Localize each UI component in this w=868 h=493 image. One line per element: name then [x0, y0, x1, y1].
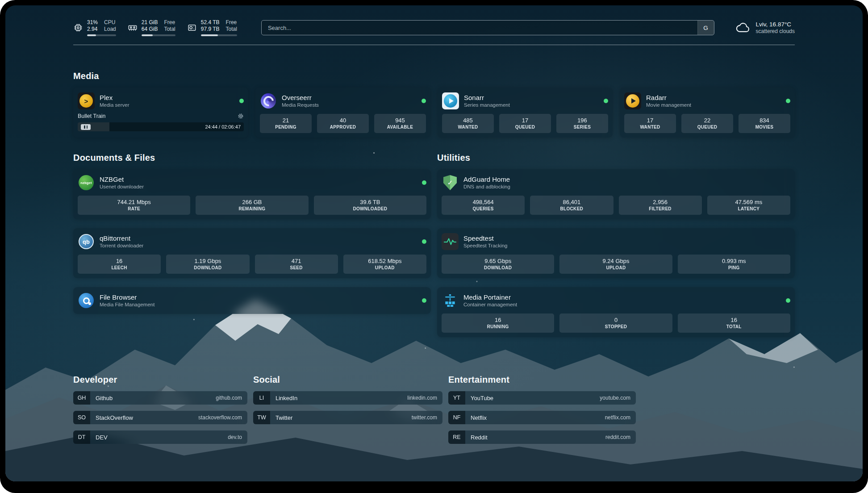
- search-bar: G: [261, 20, 714, 35]
- memory-label-top: Free: [164, 19, 175, 26]
- bookmark-abbr: GH: [73, 391, 90, 405]
- settings-gear-icon[interactable]: [238, 113, 244, 119]
- stat-blocked: 86,401 BLOCKED: [530, 196, 613, 215]
- nzbget-icon: nzbget: [78, 174, 95, 191]
- stat-download: 9.65 Gbps DOWNLOAD: [442, 255, 554, 274]
- section-utilities: Utilities ✓ AdGuard Home DNS and adblock…: [437, 153, 795, 346]
- pause-button[interactable]: [81, 124, 91, 130]
- status-dot: [604, 99, 608, 103]
- bookmark-reddit[interactable]: RE Reddit reddit.com: [448, 430, 636, 444]
- bookmark-netflix[interactable]: NF Netflix netflix.com: [448, 411, 636, 424]
- speedtest-icon: [442, 233, 459, 250]
- stat-rate: 744.21 Mbps RATE: [78, 196, 190, 215]
- service-title: qBittorrent: [100, 234, 143, 242]
- bookmark-dev[interactable]: DT DEV dev.to: [73, 430, 247, 444]
- stat-wanted: 485 WANTED: [442, 114, 494, 133]
- service-card-portainer[interactable]: Media Portainer Container management 16 …: [437, 287, 795, 337]
- status-dot: [421, 99, 426, 103]
- service-title: AdGuard Home: [463, 175, 510, 184]
- search-provider-button[interactable]: G: [697, 21, 714, 35]
- service-title: Overseerr: [282, 93, 319, 102]
- bookmark-abbr: LI: [253, 391, 270, 405]
- disk-label-bottom: Total: [226, 26, 237, 33]
- service-card-plex[interactable]: > Plex Media server Bullet Train: [73, 88, 248, 138]
- bookmark-stackoverflow[interactable]: SO StackOverflow stackoverflow.com: [73, 411, 247, 424]
- stat-wanted: 17 WANTED: [624, 114, 676, 133]
- plex-icon: >: [78, 92, 95, 109]
- service-title: NZBGet: [100, 175, 144, 184]
- service-subtitle: Media Requests: [282, 102, 319, 109]
- stat-pending: 21 PENDING: [260, 114, 312, 133]
- section-heading-developer: Developer: [73, 375, 247, 385]
- stat-remaining: 266 GB REMAINING: [196, 196, 308, 215]
- service-subtitle: Movie management: [646, 102, 691, 109]
- bookmark-linkedin[interactable]: LI LinkedIn linkedin.com: [253, 391, 442, 405]
- status-dot: [239, 99, 244, 103]
- service-title: Media Portainer: [463, 293, 517, 301]
- service-title: Speedtest: [463, 234, 507, 242]
- bookmark-group-social: Social LI LinkedIn linkedin.com TW Twitt…: [253, 375, 442, 444]
- service-card-sonarr[interactable]: Sonarr Series management 485 WANTED: [438, 88, 613, 138]
- bookmark-group-developer: Developer GH Github github.com SO StackO…: [73, 375, 247, 444]
- service-title: Sonarr: [464, 93, 510, 102]
- service-card-radarr[interactable]: Radarr Movie management 17 WANTED 2: [620, 88, 795, 138]
- service-title: File Browser: [100, 293, 154, 301]
- service-card-adguard[interactable]: ✓ AdGuard Home DNS and adblocking 498,56…: [437, 169, 795, 219]
- filebrowser-icon: [78, 292, 95, 309]
- qbittorrent-icon: qb: [78, 233, 95, 250]
- memory-icon: [128, 23, 138, 33]
- weather-widget: Lviv, 16.87°C scattered clouds: [735, 21, 795, 35]
- cpu-icon: [73, 23, 83, 33]
- memory-usage-bar: [142, 34, 175, 36]
- bookmark-twitter[interactable]: TW Twitter twitter.com: [253, 411, 442, 424]
- bookmark-github[interactable]: GH Github github.com: [73, 391, 247, 405]
- search-input[interactable]: [262, 21, 697, 35]
- memory-free-value: 21 GiB: [142, 19, 158, 26]
- disk-usage-bar: [201, 34, 237, 36]
- bookmark-abbr: YT: [448, 391, 465, 405]
- service-subtitle: Usenet downloader: [100, 184, 144, 190]
- service-card-qbittorrent[interactable]: qb qBittorrent Torrent downloader 16 LEE…: [73, 228, 431, 278]
- service-card-speedtest[interactable]: Speedtest Speedtest Tracking 9.65 Gbps D…: [437, 228, 795, 278]
- service-subtitle: DNS and adblocking: [463, 184, 510, 190]
- now-playing-row: Bullet Train: [78, 113, 244, 119]
- stat-ping: 0.993 ms PING: [678, 255, 790, 274]
- bookmark-group-entertainment: Entertainment YT YouTube youtube.com NF …: [448, 375, 636, 444]
- cpu-label-bottom: Load: [104, 26, 116, 33]
- service-subtitle: Media File Management: [100, 301, 154, 308]
- service-subtitle: Series management: [464, 102, 510, 109]
- stat-stopped: 0 STOPPED: [559, 313, 672, 333]
- stat-upload: 618.52 Mbps UPLOAD: [343, 255, 426, 274]
- radarr-icon: [624, 92, 641, 109]
- now-playing-title: Bullet Train: [78, 113, 106, 119]
- stat-movies: 834 MOVIES: [739, 114, 790, 133]
- service-card-filebrowser[interactable]: File Browser Media File Management: [73, 287, 431, 314]
- stat-queued: 22 QUEUED: [681, 114, 733, 133]
- playback-progress-bar[interactable]: 24:44 / 02:06:47: [78, 122, 244, 131]
- bookmark-abbr: TW: [253, 411, 270, 424]
- stat-series: 196 SERIES: [556, 114, 608, 133]
- memory-monitor: 21 GiB Free 64 GiB Total: [128, 19, 175, 36]
- portainer-icon: [442, 292, 459, 309]
- disk-total-value: 97.9 TB: [201, 26, 220, 33]
- stat-latency: 47.569 ms LATENCY: [707, 196, 790, 215]
- service-card-nzbget[interactable]: nzbget NZBGet Usenet downloader 744.21 M…: [73, 169, 431, 219]
- cloud-icon: [735, 22, 751, 34]
- section-heading-entertainment: Entertainment: [448, 375, 636, 385]
- section-heading-utilities: Utilities: [437, 153, 795, 163]
- bookmarks-area: Developer GH Github github.com SO StackO…: [73, 375, 795, 455]
- stat-available: 945 AVAILABLE: [374, 114, 426, 133]
- section-media: Media > Plex Media server: [73, 71, 795, 138]
- service-subtitle: Torrent downloader: [100, 242, 143, 249]
- memory-label-bottom: Total: [164, 26, 175, 33]
- service-title: Radarr: [646, 93, 691, 102]
- service-subtitle: Container management: [463, 301, 517, 308]
- bookmark-youtube[interactable]: YT YouTube youtube.com: [448, 391, 636, 405]
- stat-queued: 17 QUEUED: [499, 114, 551, 133]
- service-card-overseerr[interactable]: Overseerr Media Requests 21 PENDING: [255, 88, 430, 138]
- adguard-icon: ✓: [442, 174, 459, 191]
- section-documents-files: Documents & Files nzbget NZBGet Usenet d…: [73, 153, 431, 346]
- cpu-value: 31%: [87, 19, 98, 26]
- disk-icon: [187, 23, 197, 33]
- overseerr-icon: [260, 92, 277, 109]
